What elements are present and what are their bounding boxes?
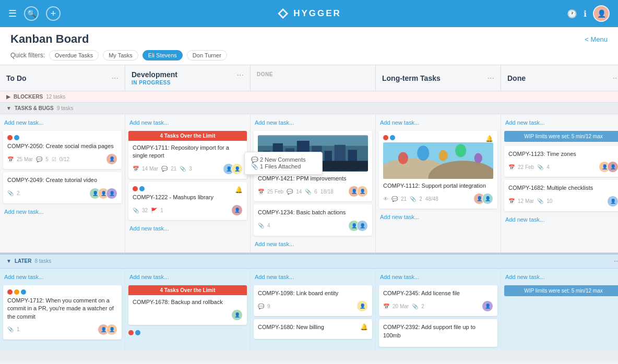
add-task-longterm-1[interactable]: Add new task... xyxy=(379,117,497,128)
blockers-section-bar[interactable]: ▶ BLOCKERS 12 tasks xyxy=(0,91,618,103)
card-compy-2345[interactable]: COMPY-2345: Add license file 📅 20 Mar 📎 … xyxy=(379,285,497,316)
col-header-dev-done: DONE xyxy=(251,65,376,91)
later-label: LATER xyxy=(15,258,32,264)
tasks-bugs-triangle: ▼ xyxy=(6,105,11,111)
add-task-todo-1[interactable]: Add new task... xyxy=(3,117,122,128)
search-icon[interactable]: 🔍 xyxy=(24,6,39,21)
card-meta: 📎 4 👤 👤 xyxy=(258,220,368,232)
card-compy-1680[interactable]: 🔔 COMPY-1680: New billing xyxy=(254,319,372,338)
blockers-label: BLOCKERS xyxy=(14,94,43,100)
col-menu-dev[interactable]: ··· xyxy=(237,70,244,80)
eye-icon: 👁 xyxy=(383,196,388,202)
add-task-done-1[interactable]: Add new task... xyxy=(504,117,618,128)
bell-icon: 🔔 xyxy=(485,135,493,142)
card-title: COMPY-2049: Create tutorial video xyxy=(7,176,117,184)
date: 22 Feb xyxy=(518,164,534,170)
clip-count: 2 xyxy=(17,190,20,196)
add-task-devdone-2[interactable]: Add new task... xyxy=(254,239,372,249)
card-compy-1098[interactable]: COMPY-1098: Link board entity 💬 9 👤 xyxy=(254,285,372,316)
user-avatar[interactable]: 👤 xyxy=(593,5,610,22)
card-compy-2050[interactable]: COMPY-2050: Create social media pages 📅 … xyxy=(3,131,122,169)
col-header-todo: To Do ··· xyxy=(0,65,125,91)
clip-count: 4 xyxy=(546,164,550,170)
add-task-done-later[interactable]: Add new task... xyxy=(504,272,618,282)
later-section-bar[interactable]: ▼ LATER 8 tasks ··· xyxy=(0,253,618,269)
menu-icon[interactable]: ☰ xyxy=(8,8,17,19)
col-menu-done[interactable]: ··· xyxy=(613,74,618,83)
card-title: COMPY-1680: New billing xyxy=(258,323,368,331)
dot-red xyxy=(383,135,388,140)
card-compy-1112[interactable]: 🔔 xyxy=(379,131,497,209)
filter-overdue[interactable]: Overdue Tasks xyxy=(49,50,99,60)
dot-red xyxy=(133,186,138,191)
avatar: 👤 xyxy=(231,309,243,321)
progress-text: 48/48 xyxy=(425,196,438,202)
todo-later-cards: Add new task... COMPY-1712: When you com… xyxy=(0,269,125,350)
col-menu-longterm[interactable]: ··· xyxy=(488,74,494,83)
calendar-icon: 📅 xyxy=(7,156,14,162)
calendar-icon: 📅 xyxy=(508,164,515,170)
add-task-devinprog-later[interactable]: Add new task... xyxy=(128,272,247,282)
later-count: 8 tasks xyxy=(35,258,52,264)
card-compy-1682[interactable]: COMPY-1682: Multiple checklists 📅 12 Mar… xyxy=(504,180,618,211)
card-meta: 📎 1 👤 👤 xyxy=(7,324,117,335)
add-task-done-2[interactable]: Add new task... xyxy=(504,214,618,225)
card-compy-1678[interactable]: 4 Tasks Over the Limit COMPY-1678: Backu… xyxy=(128,285,247,325)
longterm-tasks-bugs-cards: Add new task... 🔔 xyxy=(376,114,501,252)
tasks-bugs-section-bar[interactable]: ▼ TASKS & BUGS 9 tasks xyxy=(0,103,618,114)
card-meta: 📅 20 Mar 📎 2 👤 xyxy=(383,300,493,312)
info-icon[interactable]: ℹ xyxy=(584,9,587,19)
card-title: COMPY-1234: Basic batch actions xyxy=(258,209,368,216)
dot-red xyxy=(7,135,13,140)
clock-icon[interactable]: 🕐 xyxy=(567,9,577,19)
add-icon[interactable]: + xyxy=(46,6,61,21)
add-task-devinprog-1[interactable]: Add new task... xyxy=(128,117,247,128)
avatar: 👤 xyxy=(607,196,618,207)
filter-eli[interactable]: Eli Stevens xyxy=(142,50,183,60)
quick-filters-label: Quick filters: xyxy=(10,52,45,59)
clip-count: 32 xyxy=(142,208,148,213)
clip-count: 6 xyxy=(314,189,317,195)
card-title: COMPY-2345: Add license file xyxy=(383,289,493,297)
add-task-longterm-later[interactable]: Add new task... xyxy=(379,272,497,282)
topnav-right: 🕐 ℹ 👤 xyxy=(567,5,610,22)
clip-icon: 📎 xyxy=(7,326,14,332)
clip-icon: 📎 xyxy=(305,189,311,195)
card-compy-1123[interactable]: COMPY-1123: Time zones 📅 22 Feb 📎 4 👤 👤 xyxy=(504,146,618,177)
card-compy-1712[interactable]: COMPY-1712: When you comment on a commit… xyxy=(3,285,122,339)
col-menu-todo[interactable]: ··· xyxy=(112,74,118,83)
card-title: COMPY-1421: PPM improvements xyxy=(258,175,368,183)
bell-icon: 🔔 xyxy=(360,323,368,331)
done-tasks-bugs-cards: Add new task... WIP limits were set: 5 m… xyxy=(501,114,618,252)
col-header-longterm: Long-term Tasks ··· xyxy=(376,65,501,91)
topnav-left: ☰ 🔍 + xyxy=(8,6,61,21)
add-task-todo-2[interactable]: Add new task... xyxy=(3,207,122,217)
later-row: Add new task... COMPY-1712: When you com… xyxy=(0,269,618,350)
card-compy-1222[interactable]: 🔔 COMPY-1222 - Mashups library 📎 32 🚩 1 … xyxy=(128,182,247,220)
col-header-dev-inprogress: Development IN PROGRESS ··· xyxy=(125,65,251,91)
avatar: 👤 xyxy=(231,163,243,175)
card-compy-2392[interactable]: COMPY-2392: Add support file up to 100mb xyxy=(379,319,497,347)
filter-mytasks[interactable]: My Tasks xyxy=(103,50,138,60)
bell-icon: 🔔 xyxy=(235,186,243,193)
later-menu[interactable]: ··· xyxy=(614,257,618,265)
comment-icon: 💬 xyxy=(287,189,293,195)
comment-icon: 💬 xyxy=(258,304,264,309)
card-compy-2049[interactable]: COMPY-2049: Create tutorial video 📎 2 👤 … xyxy=(3,172,122,203)
card-compy-1234[interactable]: COMPY-1234: Basic batch actions 📎 4 👤 👤 xyxy=(254,204,372,235)
card-tooltip: 💬 2 New Comments 📎 1 Files Attached xyxy=(244,152,323,175)
add-task-devinprog-2[interactable]: Add new task... xyxy=(128,223,247,234)
add-task-devdone-1[interactable]: Add new task... xyxy=(254,117,372,128)
topnav: ☰ 🔍 + HYGGER 🕐 ℹ 👤 xyxy=(0,0,618,27)
col-title-dev: Development xyxy=(132,70,177,79)
add-task-todo-later[interactable]: Add new task... xyxy=(3,272,122,282)
card-compy-1711[interactable]: 4 Tasks Over the Limit COMPY-1711: Repos… xyxy=(128,131,247,179)
add-task-longterm-2[interactable]: Add new task... xyxy=(379,212,497,222)
add-task-devdone-later[interactable]: Add new task... xyxy=(254,272,372,282)
page-header: Kanban Board < Menu Quick filters: Overd… xyxy=(0,27,618,65)
menu-link[interactable]: < Menu xyxy=(585,35,608,43)
dot-blue xyxy=(14,135,19,140)
filter-don[interactable]: Don Turner xyxy=(187,50,227,60)
flag-count: 1 xyxy=(160,208,163,213)
clip-icon: 📎 xyxy=(412,304,418,309)
